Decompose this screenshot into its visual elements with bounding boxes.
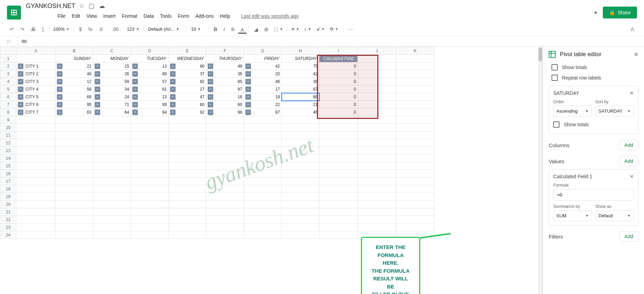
calc-cell[interactable]: 0 [319,93,358,101]
value-cell[interactable]: −60 [206,101,244,108]
cell[interactable] [244,170,282,178]
merge-button[interactable]: ⬚▼ [272,25,285,33]
cell[interactable] [282,170,319,178]
row-header[interactable]: 19 [0,193,16,201]
saturday-remove-button[interactable]: ✕ [630,90,634,96]
cell[interactable] [282,131,319,139]
city-cell[interactable]: −CITY 4 [16,85,55,93]
menu-format[interactable]: Format [119,12,140,20]
row-header[interactable]: 3 [0,70,16,78]
cell[interactable] [93,147,131,154]
cell[interactable] [396,170,435,178]
value-cell[interactable]: 87 [282,85,319,93]
cell[interactable] [16,185,55,193]
city-cell[interactable]: −CITY 7 [16,108,55,116]
value-cell[interactable]: −60 [169,101,206,108]
formula-input-field[interactable] [553,189,634,201]
cell[interactable] [358,170,396,178]
cell[interactable] [396,154,435,162]
value-cell[interactable]: −36 [206,70,244,78]
cell[interactable] [244,193,282,201]
cell[interactable] [169,116,206,124]
row-header[interactable]: 8 [0,108,16,116]
cell[interactable] [55,193,93,201]
number-format-select[interactable]: 123▼ [125,25,142,33]
value-cell[interactable]: −92 [169,108,206,116]
row-header[interactable]: 5 [0,85,16,93]
collapse-icon[interactable]: − [170,86,176,92]
cell[interactable] [131,131,169,139]
show-totals-checkbox[interactable] [552,64,558,70]
cell[interactable] [16,224,55,231]
cell[interactable] [319,216,358,224]
cell[interactable] [16,55,55,62]
collapse-icon[interactable]: − [245,110,251,115]
spreadsheet-area[interactable]: A B C D E F G H I J K 1 SUNDAY MONDAY [0,47,543,294]
cell[interactable] [16,131,55,139]
cell[interactable] [396,162,435,170]
value-cell[interactable]: −24 [93,93,131,101]
cell[interactable] [358,62,396,70]
row-header[interactable]: 15 [0,162,16,170]
cell[interactable] [169,208,206,216]
value-cell[interactable]: −97 [206,85,244,93]
value-cell[interactable]: −57 [131,78,169,85]
cell[interactable] [16,154,55,162]
cell[interactable] [131,185,169,193]
strikethrough-button[interactable]: S [228,24,237,34]
cell[interactable] [93,154,131,162]
row-header[interactable]: 6 [0,93,16,101]
value-cell[interactable]: −56 [55,85,93,93]
order-select[interactable]: Ascending▼ [553,106,592,116]
calc-cell[interactable]: 0 [319,85,358,93]
cell[interactable] [282,178,319,185]
cell[interactable] [93,185,131,193]
row-header[interactable]: 17 [0,178,16,185]
cell[interactable] [93,170,131,178]
menu-help[interactable]: Help [217,12,232,20]
row-header[interactable]: 16 [0,170,16,178]
menu-edit[interactable]: Edit [69,12,83,20]
col-header-H[interactable]: H [282,47,319,55]
collapse-icon[interactable]: − [18,86,23,92]
value-cell[interactable]: −61 [131,85,169,93]
collapse-icon[interactable]: − [245,79,251,84]
cell[interactable] [358,101,396,108]
calc-cell[interactable]: 0 [319,62,358,70]
cell[interactable] [358,178,396,185]
collapse-icon[interactable]: − [57,71,62,77]
cell[interactable] [16,139,55,147]
cell[interactable] [169,193,206,201]
document-title[interactable]: GYANKOSH.NET [26,2,75,10]
cell[interactable] [131,154,169,162]
cell[interactable] [206,193,244,201]
row-header[interactable]: 12 [0,139,16,147]
vertical-scrollbar[interactable] [538,47,543,294]
collapse-icon[interactable]: − [95,94,100,100]
cell[interactable] [55,124,93,131]
collapse-icon[interactable]: − [132,63,138,69]
row-header[interactable]: 10 [0,124,16,131]
cell[interactable] [55,201,93,208]
cell[interactable] [131,170,169,178]
cell[interactable] [319,116,358,124]
filters-add-button[interactable]: Add [619,231,638,242]
menu-insert[interactable]: Insert [101,12,118,20]
cell[interactable] [396,124,435,131]
collapse-icon[interactable]: − [208,102,213,107]
city-cell[interactable]: −CITY 5 [16,93,55,101]
collapse-icon[interactable]: − [245,86,251,92]
cell[interactable] [396,224,435,231]
cell[interactable] [131,216,169,224]
cell[interactable] [16,147,55,154]
cell[interactable] [16,208,55,216]
text-color-button[interactable]: A [238,25,247,33]
collapse-icon[interactable]: − [132,71,138,77]
value-cell[interactable]: 36 [282,78,319,85]
collapse-icon[interactable]: − [95,86,100,92]
collapse-icon[interactable]: − [170,79,176,84]
cell[interactable] [169,231,206,239]
cell[interactable] [131,124,169,131]
cell[interactable] [169,185,206,193]
collapse-icon[interactable]: − [170,110,176,115]
